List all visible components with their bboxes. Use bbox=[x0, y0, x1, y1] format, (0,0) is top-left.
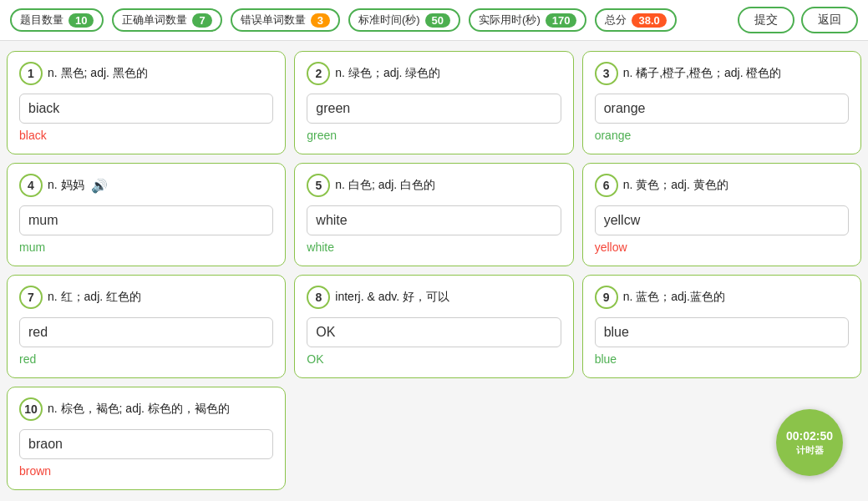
question-input-3[interactable] bbox=[595, 94, 849, 124]
question-card-2: 2n. 绿色；adj. 绿色的green bbox=[294, 51, 573, 154]
question-header-3: 3n. 橘子,橙子,橙色；adj. 橙色的 bbox=[595, 62, 849, 85]
question-title-10: n. 棕色，褐色; adj. 棕色的，褐色的 bbox=[48, 402, 230, 417]
question-input-9[interactable] bbox=[595, 317, 849, 347]
top-bar-actions: 提交 返回 bbox=[738, 7, 858, 33]
question-number-6: 6 bbox=[595, 174, 618, 197]
question-input-1[interactable] bbox=[19, 94, 273, 124]
question-answer-10: brown bbox=[19, 464, 273, 478]
question-header-9: 9n. 蓝色；adj.蓝色的 bbox=[595, 286, 849, 309]
wrong-words-value: 3 bbox=[311, 13, 330, 28]
score-value: 38.0 bbox=[632, 13, 666, 28]
question-card-9: 9n. 蓝色；adj.蓝色的blue bbox=[582, 275, 861, 378]
question-header-1: 1n. 黑色; adj. 黑色的 bbox=[19, 62, 273, 85]
question-header-5: 5n. 白色; adj. 白色的 bbox=[307, 174, 561, 197]
question-card-10: 10n. 棕色，褐色; adj. 棕色的，褐色的brown bbox=[7, 387, 286, 490]
question-answer-8: OK bbox=[307, 352, 561, 366]
question-number-3: 3 bbox=[595, 62, 618, 85]
question-answer-4: mum bbox=[19, 240, 273, 254]
question-answer-1: black bbox=[19, 129, 273, 142]
question-input-5[interactable] bbox=[307, 205, 561, 235]
correct-words-label: 正确单词数量 bbox=[122, 13, 187, 28]
actual-time-label: 实际用时(秒) bbox=[479, 13, 541, 28]
question-header-8: 8interj. & adv. 好，可以 bbox=[307, 286, 561, 309]
question-title-1: n. 黑色; adj. 黑色的 bbox=[48, 66, 148, 81]
question-card-5: 5n. 白色; adj. 白色的white bbox=[294, 163, 573, 266]
score-badge: 总分 38.0 bbox=[595, 8, 676, 32]
std-time-value: 50 bbox=[425, 13, 450, 28]
total-questions-label: 题目数量 bbox=[20, 13, 63, 28]
question-title-7: n. 红；adj. 红色的 bbox=[48, 290, 141, 305]
question-title-4: n. 妈妈 bbox=[48, 178, 84, 193]
question-card-4: 4n. 妈妈🔊mum bbox=[7, 163, 286, 266]
question-answer-6: yellow bbox=[595, 240, 849, 254]
question-card-6: 6n. 黄色；adj. 黄色的yellow bbox=[582, 163, 861, 266]
question-title-2: n. 绿色；adj. 绿色的 bbox=[335, 66, 440, 81]
question-answer-2: green bbox=[307, 129, 561, 142]
question-answer-7: red bbox=[19, 352, 273, 366]
timer-label: 计时器 bbox=[796, 444, 824, 457]
question-answer-3: orange bbox=[595, 129, 849, 142]
std-time-label: 标准时间(秒) bbox=[358, 13, 420, 28]
wrong-words-badge: 错误单词数量 3 bbox=[231, 8, 340, 32]
top-bar: 题目数量 10 正确单词数量 7 错误单词数量 3 标准时间(秒) 50 实际用… bbox=[0, 0, 868, 41]
question-input-6[interactable] bbox=[595, 205, 849, 235]
question-number-10: 10 bbox=[19, 397, 43, 421]
question-card-8: 8interj. & adv. 好，可以OK bbox=[294, 275, 573, 378]
question-input-7[interactable] bbox=[19, 317, 273, 347]
actual-time-badge: 实际用时(秒) 170 bbox=[469, 8, 586, 32]
question-card-3: 3n. 橘子,橙子,橙色；adj. 橙色的orange bbox=[582, 51, 861, 154]
question-input-10[interactable] bbox=[19, 429, 273, 459]
question-number-9: 9 bbox=[595, 286, 618, 309]
correct-words-badge: 正确单词数量 7 bbox=[112, 8, 221, 32]
question-number-2: 2 bbox=[307, 62, 330, 85]
total-questions-value: 10 bbox=[69, 13, 94, 28]
question-input-4[interactable] bbox=[19, 205, 273, 235]
question-input-2[interactable] bbox=[307, 94, 561, 124]
timer-widget: 00:02:50 计时器 bbox=[776, 409, 843, 476]
question-number-8: 8 bbox=[307, 286, 330, 309]
back-button[interactable]: 返回 bbox=[801, 7, 858, 33]
question-header-6: 6n. 黄色；adj. 黄色的 bbox=[595, 174, 849, 197]
question-number-5: 5 bbox=[307, 174, 330, 197]
question-header-2: 2n. 绿色；adj. 绿色的 bbox=[307, 62, 561, 85]
question-number-1: 1 bbox=[19, 62, 43, 85]
question-title-3: n. 橘子,橙子,橙色；adj. 橙色的 bbox=[623, 66, 782, 81]
score-label: 总分 bbox=[605, 13, 627, 28]
question-input-8[interactable] bbox=[307, 317, 561, 347]
question-title-9: n. 蓝色；adj.蓝色的 bbox=[623, 290, 725, 305]
std-time-badge: 标准时间(秒) 50 bbox=[348, 8, 460, 32]
question-number-7: 7 bbox=[19, 286, 43, 309]
question-title-8: interj. & adv. 好，可以 bbox=[335, 290, 449, 305]
question-number-4: 4 bbox=[19, 174, 43, 197]
questions-grid: 1n. 黑色; adj. 黑色的black2n. 绿色；adj. 绿色的gree… bbox=[0, 41, 868, 500]
question-answer-9: blue bbox=[595, 352, 849, 366]
question-header-4: 4n. 妈妈🔊 bbox=[19, 174, 273, 197]
speaker-icon-4[interactable]: 🔊 bbox=[91, 178, 108, 194]
question-title-6: n. 黄色；adj. 黄色的 bbox=[623, 178, 728, 193]
question-header-10: 10n. 棕色，褐色; adj. 棕色的，褐色的 bbox=[19, 397, 273, 421]
question-answer-5: white bbox=[307, 240, 561, 254]
question-card-7: 7n. 红；adj. 红色的red bbox=[7, 275, 286, 378]
total-questions-badge: 题目数量 10 bbox=[10, 8, 104, 32]
question-card-1: 1n. 黑色; adj. 黑色的black bbox=[7, 51, 286, 154]
timer-time: 00:02:50 bbox=[786, 429, 833, 443]
question-title-5: n. 白色; adj. 白色的 bbox=[335, 178, 435, 193]
correct-words-value: 7 bbox=[192, 13, 211, 28]
question-header-7: 7n. 红；adj. 红色的 bbox=[19, 286, 273, 309]
wrong-words-label: 错误单词数量 bbox=[241, 13, 306, 28]
submit-button[interactable]: 提交 bbox=[738, 7, 794, 33]
actual-time-value: 170 bbox=[546, 13, 577, 28]
